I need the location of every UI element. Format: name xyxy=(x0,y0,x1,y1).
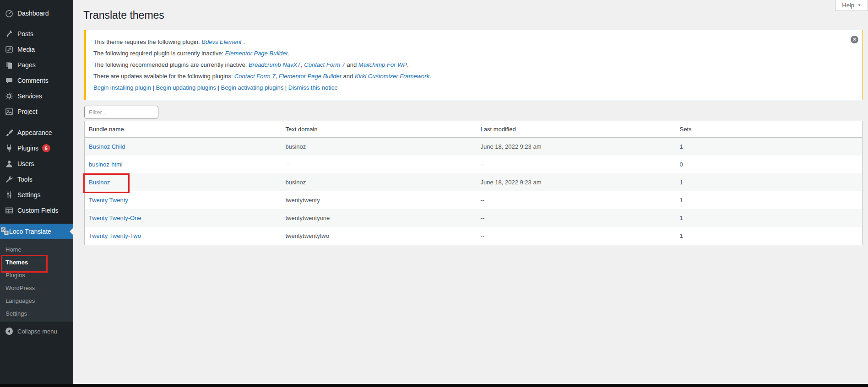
table-row-businoz-html: businoz-html----0 xyxy=(85,156,863,173)
sidebar-item-dashboard[interactable]: Dashboard xyxy=(0,5,73,21)
cell-sets: 1 xyxy=(676,227,863,245)
update-count-badge: 6 xyxy=(42,144,50,152)
table-row-twenty-twenty: Twenty Twentytwentytwenty--1 xyxy=(85,191,863,209)
filter-input[interactable] xyxy=(84,106,158,118)
notice-text-segment: . xyxy=(242,38,245,45)
sidebar-item-plugins[interactable]: Plugins6 xyxy=(0,140,73,156)
sidebar-item-label: Plugins xyxy=(17,145,38,152)
cell-modified: -- xyxy=(477,209,676,227)
notice-text-segment: This theme requires the following plugin… xyxy=(93,38,201,45)
collapse-arrow-icon xyxy=(5,327,14,336)
cell-sets: 0 xyxy=(676,156,863,173)
cell-sets: 1 xyxy=(676,173,863,191)
help-tab[interactable]: Help ▼ xyxy=(835,0,868,11)
wordpress-admin-screen: DashboardPostsMediaPagesCommentsServices… xyxy=(0,0,868,387)
bundle-link-businoz[interactable]: Businoz xyxy=(89,179,110,186)
sidebar-item-loco-translate[interactable]: A Loco Translate xyxy=(0,224,73,239)
sidebar-item-label: Users xyxy=(17,160,34,167)
cell-sets: 1 xyxy=(676,138,863,156)
chevron-down-icon: ▼ xyxy=(857,3,861,7)
sidebar-item-users[interactable]: Users xyxy=(0,156,73,172)
action-link-begin-updating-plugins[interactable]: Begin updating plugins xyxy=(156,84,216,91)
cell-sets: 1 xyxy=(676,209,863,227)
separator: | xyxy=(216,84,221,91)
submenu-item-settings[interactable]: Settings xyxy=(0,307,73,320)
plugin-notice: This theme requires the following plugin… xyxy=(84,30,863,100)
notice-text-segment: and xyxy=(342,73,355,80)
sidebar-item-label: Services xyxy=(17,92,42,100)
sidebar-item-label: Project xyxy=(17,108,38,115)
plugin-link-mailchimp-for-wp[interactable]: Mailchimp For WP xyxy=(358,61,407,68)
submenu-item-languages[interactable]: Languages xyxy=(0,294,73,307)
submenu-item-plugins[interactable]: Plugins xyxy=(0,269,73,281)
sidebar-item-appearance[interactable]: Appearance xyxy=(0,125,73,140)
sidebar-item-label: Custom Fields xyxy=(17,207,58,214)
sidebar-item-label: Pages xyxy=(17,61,36,69)
notice-line: The following recommended plugins are cu… xyxy=(93,60,855,70)
plugin-link-contact-form-7[interactable]: Contact Form 7 xyxy=(304,61,345,68)
sidebar-item-tools[interactable]: Tools xyxy=(0,172,73,187)
collapse-menu-label: Collapse menu xyxy=(17,328,57,335)
submenu-item-wordpress[interactable]: WordPress xyxy=(0,281,73,294)
cell-modified: June 18, 2022 9:23 am xyxy=(477,138,676,156)
sidebar-item-media[interactable]: Media xyxy=(0,42,73,57)
sidebar-item-label: Posts xyxy=(17,30,33,38)
plug-icon xyxy=(5,144,14,153)
cell-domain: businoz xyxy=(282,138,477,156)
plugin-link-bdevs-element[interactable]: Bdevs Element xyxy=(201,38,241,45)
plugin-link-kirki-customizer-framework[interactable]: Kirki Customizer Framework xyxy=(355,73,429,80)
bundle-link-twenty-twenty-one[interactable]: Twenty Twenty-One xyxy=(89,215,141,221)
cell-domain: twentytwentytwo xyxy=(282,227,477,245)
notice-text-segment: There are updates available for the foll… xyxy=(93,73,234,80)
separator: | xyxy=(283,84,288,91)
sidebar-item-settings[interactable]: Settings xyxy=(0,187,73,203)
cell-modified: -- xyxy=(477,227,676,245)
notice-text-segment: . xyxy=(288,50,290,57)
notice-line: This theme requires the following plugin… xyxy=(93,38,855,47)
cell-sets: 1 xyxy=(676,191,863,209)
action-link-begin-installing-plugin[interactable]: Begin installing plugin xyxy=(93,84,151,91)
table-row-businoz-child: Businoz ChildbusinozJune 18, 2022 9:23 a… xyxy=(85,138,863,156)
pin-icon xyxy=(5,29,14,38)
sidebar-item-posts[interactable]: Posts xyxy=(0,26,73,42)
action-link-dismiss-this-notice[interactable]: Dismiss this notice xyxy=(288,84,338,91)
bundle-link-businoz-child[interactable]: Businoz Child xyxy=(89,143,125,150)
cell-domain: businoz xyxy=(282,173,477,191)
collapse-menu-button[interactable]: Collapse menu xyxy=(0,325,73,338)
help-label: Help xyxy=(842,2,854,9)
media-icon xyxy=(5,45,14,54)
plugin-link-contact-form-7[interactable]: Contact Form 7 xyxy=(234,73,276,80)
bundle-link-businoz-html[interactable]: businoz-html xyxy=(89,161,123,168)
user-icon xyxy=(5,159,14,168)
themes-table: Bundle nameText domainLast modifiedSets … xyxy=(84,121,863,245)
image-icon xyxy=(5,107,14,116)
sidebar-item-label: Loco Translate xyxy=(9,228,51,235)
sidebar-item-label: Dashboard xyxy=(17,10,49,17)
notice-text-segment: and xyxy=(345,61,358,68)
sidebar-item-project[interactable]: Project xyxy=(0,104,73,119)
plugin-link-elementor-page-builder[interactable]: Elementor Page Builder xyxy=(279,73,342,80)
sidebar-item-custom-fields[interactable]: Custom Fields xyxy=(0,203,73,218)
sidebar-item-services[interactable]: Services xyxy=(0,88,73,104)
wrench-icon xyxy=(5,175,14,184)
column-header-text-domain: Text domain xyxy=(282,121,477,138)
translate-icon: A xyxy=(0,226,9,237)
plugin-link-breadcrumb-navxt[interactable]: Breadcrumb NavXT xyxy=(249,61,301,68)
submenu-item-themes[interactable]: Themes xyxy=(0,256,73,269)
cell-domain: twentytwentyone xyxy=(282,209,477,227)
submenu-item-home[interactable]: Home xyxy=(0,243,73,256)
bundle-link-twenty-twenty-two[interactable]: Twenty Twenty-Two xyxy=(89,232,141,239)
page-title: Translate themes xyxy=(83,9,164,22)
brush-icon xyxy=(5,128,14,137)
action-link-begin-activating-plugins[interactable]: Begin activating plugins xyxy=(221,84,284,91)
table-row-twenty-twenty-one: Twenty Twenty-Onetwentytwentyone--1 xyxy=(85,209,863,227)
close-circle-icon[interactable]: × xyxy=(851,36,858,43)
notice-text-segment: , xyxy=(275,73,278,80)
sidebar-item-pages[interactable]: Pages xyxy=(0,57,73,73)
bundle-link-twenty-twenty[interactable]: Twenty Twenty xyxy=(89,197,128,204)
sidebar-item-label: Comments xyxy=(17,77,49,84)
plugin-link-elementor-page-builder[interactable]: Elementor Page Builder xyxy=(225,50,288,57)
grid-icon xyxy=(5,206,14,215)
column-header-last-modified: Last modified xyxy=(477,121,676,138)
sidebar-item-comments[interactable]: Comments xyxy=(0,73,73,88)
